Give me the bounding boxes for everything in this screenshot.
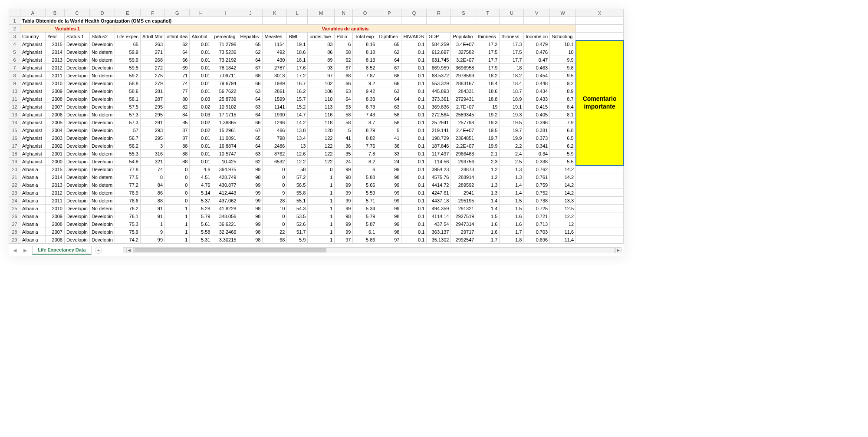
cell-value[interactable]: 3.4E+07: [451, 40, 476, 48]
cell-value[interactable]: 2589345: [451, 111, 476, 119]
cell-value[interactable]: 58.8: [115, 79, 140, 87]
row-header[interactable]: 8: [9, 72, 20, 79]
cell-value[interactable]: 98: [238, 212, 263, 220]
cell-value[interactable]: 64: [377, 95, 401, 103]
cell-value[interactable]: 0.01: [190, 150, 212, 158]
cell-value[interactable]: 0.03: [190, 95, 212, 103]
cell-country[interactable]: Afghanist: [20, 79, 46, 87]
cell-value[interactable]: 79.6794: [212, 79, 238, 87]
cell-value[interactable]: 52.6: [287, 220, 308, 228]
row-header[interactable]: 13: [9, 111, 20, 119]
cell-value[interactable]: 2947314: [451, 220, 476, 228]
cell-value[interactable]: 76.9: [115, 189, 140, 197]
cell-value[interactable]: 74: [165, 79, 190, 87]
row-header[interactable]: 11: [9, 95, 20, 103]
row-header[interactable]: 14: [9, 119, 20, 126]
cell-value[interactable]: 0: [165, 189, 190, 197]
cell-value[interactable]: 56.7622: [212, 87, 238, 95]
cell-value[interactable]: 6.2: [550, 142, 576, 150]
cell-value[interactable]: 5.66: [353, 181, 377, 189]
cell-value[interactable]: 55.3: [115, 150, 140, 158]
cell-value[interactable]: 64: [335, 95, 353, 103]
cell-value[interactable]: 430.877: [212, 181, 238, 189]
column-header[interactable]: S: [451, 9, 476, 17]
cell-value[interactable]: 5.87: [353, 220, 377, 228]
cell-status1[interactable]: Developin: [65, 173, 90, 181]
cell-value[interactable]: 0.1: [401, 64, 427, 72]
cell-value[interactable]: 0: [165, 173, 190, 181]
cell-value[interactable]: 0.01: [190, 64, 212, 72]
cell-value[interactable]: 93: [308, 64, 335, 72]
cell-country[interactable]: Albania: [20, 181, 46, 189]
cell-value[interactable]: 0.463: [524, 64, 550, 72]
cell-value[interactable]: 291: [141, 119, 165, 126]
cell-status2[interactable]: Developin: [89, 119, 115, 126]
cell-value[interactable]: 114.56: [427, 158, 451, 166]
cell-value[interactable]: 2992547: [451, 236, 476, 244]
cell-value[interactable]: 99: [377, 181, 401, 189]
cell-value[interactable]: 14.2: [550, 166, 576, 173]
column-header[interactable]: W: [550, 9, 576, 17]
cell-value[interactable]: 2729431: [451, 95, 476, 103]
variables1-header[interactable]: Variables 1: [20, 25, 115, 33]
column-header[interactable]: I: [212, 9, 238, 17]
cell-value[interactable]: 97: [377, 236, 401, 244]
field-header[interactable]: thinness: [476, 33, 500, 40]
cell-value[interactable]: 116: [308, 111, 335, 119]
cell-value[interactable]: 64: [238, 111, 263, 119]
cell-value[interactable]: 2486: [263, 142, 287, 150]
cell-value[interactable]: 19.9: [476, 142, 500, 150]
cell-value[interactable]: 0.1: [401, 95, 427, 103]
column-header[interactable]: V: [524, 9, 550, 17]
cell-value[interactable]: 8762: [263, 150, 287, 158]
cell-value[interactable]: 8.9: [550, 87, 576, 95]
cell-value[interactable]: 1296: [263, 119, 287, 126]
cell-value[interactable]: 18.4: [476, 79, 500, 87]
field-header[interactable]: Country: [20, 33, 46, 40]
cell-country[interactable]: Albania: [20, 236, 46, 244]
cell-value[interactable]: 19.9: [500, 134, 524, 142]
cell-country[interactable]: Afghanist: [20, 142, 46, 150]
cell-status1[interactable]: Developin: [65, 220, 90, 228]
cell-value[interactable]: 77.5: [115, 173, 140, 181]
cell-value[interactable]: 0: [263, 166, 287, 173]
cell-value[interactable]: 348.056: [212, 212, 238, 220]
cell-value[interactable]: 122: [308, 142, 335, 150]
cell-value[interactable]: 0.1: [401, 236, 427, 244]
cell-value[interactable]: 87: [165, 126, 190, 134]
cell-value[interactable]: 2883167: [451, 79, 476, 87]
cell-value[interactable]: 0.1: [401, 111, 427, 119]
field-header[interactable]: Alcohol: [190, 33, 212, 40]
cell-value[interactable]: 0.1: [401, 212, 427, 220]
cell-year[interactable]: 2003: [46, 134, 65, 142]
cell-value[interactable]: 1.3: [500, 166, 524, 173]
cell-value[interactable]: 68: [263, 236, 287, 244]
scroll-left-button[interactable]: ◀: [126, 247, 132, 253]
cell-value[interactable]: 122: [308, 158, 335, 166]
cell-value[interactable]: 3: [141, 142, 165, 150]
cell-value[interactable]: 10: [263, 205, 287, 212]
cell-value[interactable]: 612.697: [427, 48, 451, 56]
cell-status2[interactable]: No detern: [89, 111, 115, 119]
cell-value[interactable]: 0.721: [524, 212, 550, 220]
field-header[interactable]: Polio: [335, 33, 353, 40]
cell-status2[interactable]: No detern: [89, 205, 115, 212]
cell-value[interactable]: 17.1715: [212, 111, 238, 119]
cell-value[interactable]: 0.1: [401, 166, 427, 173]
cell-value[interactable]: 2787: [263, 64, 287, 72]
cell-value[interactable]: 56.5: [287, 181, 308, 189]
cell-value[interactable]: 281: [141, 87, 165, 95]
cell-value[interactable]: 82: [165, 103, 190, 111]
cell-value[interactable]: 8.1: [550, 111, 576, 119]
cell-status1[interactable]: Developin: [65, 166, 90, 173]
cell-value[interactable]: 0: [165, 181, 190, 189]
cell-value[interactable]: 8.79: [353, 126, 377, 134]
cell-value[interactable]: 1990: [263, 111, 287, 119]
cell-value[interactable]: 99: [238, 189, 263, 197]
cell-value[interactable]: 9.8: [550, 64, 576, 72]
cell-value[interactable]: 74.2: [115, 236, 140, 244]
cell-value[interactable]: 0.1: [401, 56, 427, 64]
cell-value[interactable]: 14.7: [287, 111, 308, 119]
cell-value[interactable]: 58: [377, 111, 401, 119]
cell-value[interactable]: 67: [238, 64, 263, 72]
